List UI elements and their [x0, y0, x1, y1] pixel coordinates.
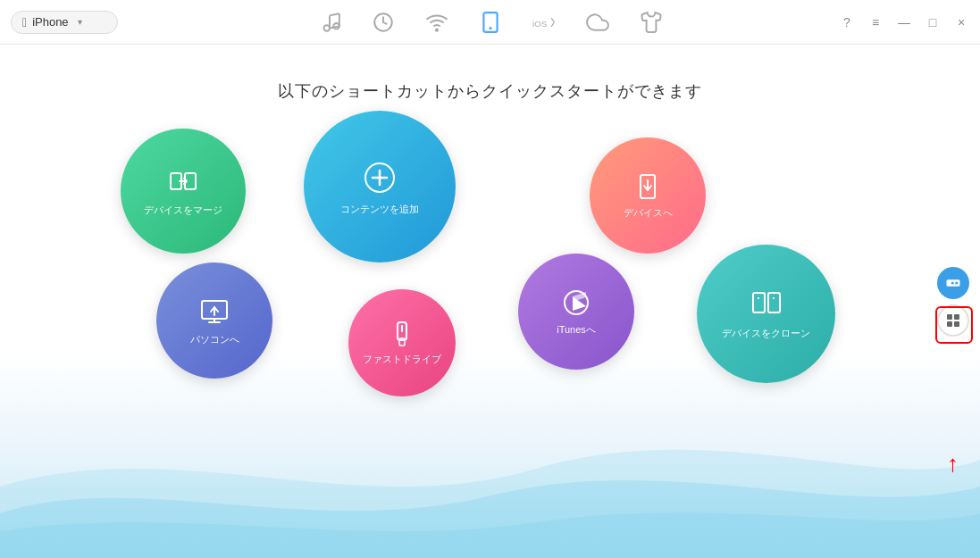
svg-rect-30: [947, 314, 952, 320]
circle-add-button[interactable]: コンテンツを追加: [304, 111, 456, 262]
merge-icon: [167, 166, 199, 198]
window-controls: ? ≡ — □ ×: [839, 14, 969, 30]
titlebar:  iPhone ▾: [0, 0, 980, 45]
svg-rect-31: [954, 314, 959, 320]
fastdrive-label: ファストドライブ: [363, 353, 441, 366]
svg-rect-27: [768, 293, 780, 312]
svg-line-5: [330, 13, 339, 15]
itunes-label: iTunesへ: [557, 323, 596, 337]
svg-rect-33: [954, 321, 959, 327]
nav-cloud-icon[interactable]: [583, 8, 612, 37]
minimize-button[interactable]: —: [896, 14, 912, 30]
clone-label: デバイスをクローン: [722, 327, 810, 340]
apple-logo-icon: : [22, 15, 27, 29]
topc-label: パソコンへ: [190, 333, 239, 346]
nav-device-icon[interactable]: [476, 8, 505, 37]
circle-itunes-button[interactable]: iTunesへ: [518, 254, 634, 370]
nav-icons: iOS: [315, 8, 666, 37]
todevice-label: デバイスへ: [624, 206, 673, 220]
add-content-label: コンテンツを追加: [340, 203, 419, 216]
fastdrive-icon: [389, 321, 415, 347]
circle-merge-button[interactable]: デバイスをマージ: [121, 129, 246, 254]
svg-text:iOS: iOS: [532, 18, 548, 28]
nav-wifi-icon[interactable]: [423, 8, 451, 37]
close-button[interactable]: ×: [953, 14, 969, 30]
svg-rect-32: [947, 321, 952, 327]
red-arrow-icon: ↑: [947, 450, 959, 478]
svg-point-7: [435, 29, 437, 30]
sidebar-float: [937, 267, 969, 337]
merge-label: デバイスをマージ: [144, 204, 222, 217]
itunes-icon: [561, 287, 591, 318]
add-icon: [360, 158, 399, 197]
maximize-button[interactable]: □: [925, 14, 941, 30]
circle-fastdrive-button[interactable]: ファストドライブ: [348, 289, 456, 396]
svg-point-0: [323, 25, 330, 31]
nav-toolkit-icon[interactable]: [637, 8, 666, 37]
nav-backup-icon[interactable]: [369, 8, 398, 37]
device-name-label: iPhone: [32, 15, 68, 29]
circle-todevice-button[interactable]: デバイスへ: [590, 137, 706, 254]
menu-button[interactable]: ≡: [867, 14, 884, 30]
float-grid-button[interactable]: [937, 304, 969, 337]
circle-clone-button[interactable]: デバイスをクローン: [697, 245, 835, 383]
chevron-down-icon: ▾: [78, 17, 82, 27]
todevice-icon: [633, 172, 662, 201]
circles-container: デバイスをマージ コンテンツを追加 デバイスへ: [0, 102, 980, 459]
help-button[interactable]: ?: [839, 14, 855, 30]
nav-music-icon[interactable]: [315, 8, 344, 37]
circle-topc-button[interactable]: パソコンへ: [156, 262, 272, 379]
nav-ios-icon[interactable]: iOS: [530, 8, 558, 37]
device-selector[interactable]:  iPhone ▾: [11, 11, 118, 34]
clone-icon: [750, 287, 783, 321]
float-settings-button[interactable]: [937, 267, 969, 299]
topc-icon: [198, 296, 230, 328]
main-content: 以下のショートカットからクイックスタートができます デバイスをマージ: [0, 45, 980, 558]
page-title: 以下のショートカットからクイックスタートができます: [0, 45, 980, 102]
svg-rect-26: [753, 293, 765, 312]
